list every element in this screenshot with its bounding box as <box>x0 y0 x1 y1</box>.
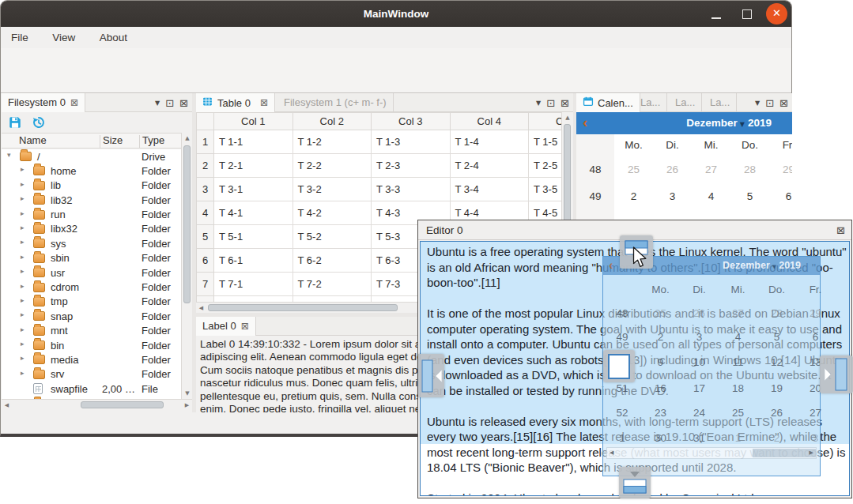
day-cell[interactable]: 5 <box>730 183 769 210</box>
col-header[interactable]: Col 5 <box>529 113 562 130</box>
table-row[interactable]: 2T 2-1T 2-2T 2-3T 2-4T 2-5 <box>197 154 562 178</box>
tree-row[interactable]: ▾/Drive <box>2 149 181 164</box>
dock-indicator-center[interactable] <box>603 350 635 382</box>
year-selector[interactable]: 2019 <box>748 117 772 129</box>
day-cell[interactable]: 29 <box>769 156 792 183</box>
save-icon[interactable] <box>2 118 22 132</box>
dock-float-icon[interactable]: ⊡ <box>165 97 174 109</box>
menu-file[interactable]: File <box>1 27 39 48</box>
dock-close-icon[interactable]: ⊠ <box>779 97 788 109</box>
day-cell[interactable]: 27 <box>692 156 730 183</box>
month-selector[interactable]: Dezember <box>686 117 738 129</box>
filesystem-tree[interactable]: ▾/Drive ▸homeFolder ▸libFolder ▸lib32Fol… <box>2 149 181 399</box>
expand-icon[interactable]: ▸ <box>21 296 25 304</box>
tree-row[interactable]: ▸libFolder <box>2 179 181 193</box>
dock-close-icon[interactable]: ⊠ <box>179 97 188 109</box>
day-cell[interactable]: 28 <box>730 156 769 183</box>
expand-icon[interactable]: ▸ <box>21 224 25 231</box>
restore-icon[interactable] <box>25 118 46 132</box>
close-button[interactable]: ✕ <box>766 3 787 24</box>
tree-row[interactable]: ▸homeFolder <box>2 164 181 178</box>
day-cell[interactable]: 3 <box>653 183 692 210</box>
dock-close-icon[interactable]: ⊠ <box>560 97 569 109</box>
tree-row[interactable]: swapfile2,00 …File <box>2 382 181 396</box>
scroll-down-icon[interactable]: ▼ <box>182 388 192 399</box>
col-header[interactable]: Col 3 <box>372 113 451 130</box>
scroll-up-icon[interactable]: ▲ <box>562 112 573 123</box>
tab-filesystem-0[interactable]: Filesystem 0⊠ <box>2 93 85 112</box>
calendar-week-row[interactable]: 4923456 <box>576 183 792 210</box>
collapse-icon[interactable]: ▾ <box>7 151 11 159</box>
tree-row[interactable]: ▸srvFolder <box>2 367 181 382</box>
tab-close-icon[interactable]: ⊠ <box>260 94 268 112</box>
maximize-button[interactable] <box>742 9 752 19</box>
tree-row[interactable]: ▸libx32Folder <box>2 222 181 236</box>
dock-indicator-right[interactable] <box>820 355 853 393</box>
tree-row[interactable]: ▸snapFolder <box>2 309 181 323</box>
scroll-right-icon[interactable]: ▶ <box>182 400 192 411</box>
col-header[interactable]: Col 2 <box>293 113 372 130</box>
prev-month-icon[interactable]: ‹ <box>583 112 587 133</box>
tab-label-3[interactable]: La... <box>704 93 737 112</box>
expand-icon[interactable]: ▸ <box>21 282 25 290</box>
scroll-up-icon[interactable]: ▲ <box>182 133 192 144</box>
dock-float-icon[interactable]: ⊡ <box>765 97 774 109</box>
dock-menu-icon[interactable]: ▼ <box>536 100 541 107</box>
minimize-button[interactable] <box>711 17 721 19</box>
tab-calendar-0[interactable]: Calen... <box>576 93 640 112</box>
expand-icon[interactable]: ▸ <box>21 194 25 202</box>
expand-icon[interactable]: ▸ <box>21 238 25 246</box>
expand-icon[interactable]: ▸ <box>21 165 25 173</box>
tab-label-1[interactable]: La... <box>634 93 667 112</box>
tab-filesystem-1[interactable]: Filesystem 1 (c+ m- f-) <box>277 93 394 112</box>
col-type[interactable]: Type <box>142 134 164 146</box>
expand-icon[interactable]: ▸ <box>21 267 25 275</box>
tab-close-icon[interactable]: ⊠ <box>70 97 78 108</box>
expand-icon[interactable]: ▸ <box>21 253 25 261</box>
tree-vertical-scrollbar[interactable]: ▲ ▼ <box>181 133 192 399</box>
expand-icon[interactable]: ▸ <box>21 325 25 333</box>
tree-header[interactable]: Name Size Type <box>2 133 181 149</box>
calendar-week-row[interactable]: 482526272829 <box>576 156 792 183</box>
tree-row[interactable]: ▸usrFolder <box>2 265 181 280</box>
tree-row[interactable]: ▸sbinFolder <box>2 251 181 265</box>
tree-row[interactable]: ▸binFolder <box>2 338 181 352</box>
col-name[interactable]: Name <box>19 134 47 146</box>
tree-row[interactable]: ▸tmpFolder <box>2 295 181 309</box>
expand-icon[interactable]: ▸ <box>21 340 25 348</box>
expand-icon[interactable]: ▸ <box>21 369 25 377</box>
col-size[interactable]: Size <box>103 134 123 146</box>
expand-icon[interactable]: ▸ <box>21 310 25 318</box>
tree-row[interactable]: ▸mediaFolder <box>2 352 181 367</box>
scroll-left-icon[interactable]: ◀ <box>196 303 206 314</box>
menu-about[interactable]: About <box>89 27 138 48</box>
dock-indicator-bottom[interactable] <box>619 467 651 498</box>
day-cell[interactable]: 2 <box>614 183 653 210</box>
tree-row[interactable]: ▸cdromFolder <box>2 280 181 295</box>
scroll-left-icon[interactable]: ◀ <box>2 400 12 411</box>
tab-label-0[interactable]: Label 0⊠ <box>196 317 256 336</box>
tree-row[interactable]: ▸sysFolder <box>2 236 181 250</box>
scrollbar-handle[interactable] <box>183 145 191 303</box>
dock-float-icon[interactable]: ⊡ <box>546 97 555 109</box>
tree-row[interactable]: ▸runFolder <box>2 208 181 222</box>
menu-view[interactable]: View <box>42 27 85 48</box>
table-row[interactable]: 3T 3-1T 3-2T 3-3T 3-4T 3-5 <box>197 178 562 201</box>
col-header[interactable]: Col 1 <box>214 113 293 130</box>
dock-indicator-left[interactable] <box>418 354 444 397</box>
editor-close-icon[interactable]: ⊠ <box>836 220 845 240</box>
dock-menu-icon[interactable]: ▼ <box>755 100 760 107</box>
tree-row[interactable]: ▸mntFolder <box>2 324 181 338</box>
expand-icon[interactable]: ▸ <box>21 209 25 217</box>
tab-close-icon[interactable]: ⊠ <box>241 321 249 332</box>
expand-icon[interactable]: ▸ <box>21 180 25 188</box>
day-cell[interactable]: 6 <box>769 183 792 210</box>
day-cell[interactable]: 25 <box>614 156 653 183</box>
scrollbar-handle[interactable] <box>208 304 398 311</box>
tab-label-2[interactable]: La... <box>669 93 702 112</box>
day-cell[interactable]: 26 <box>653 156 692 183</box>
tree-horizontal-scrollbar[interactable]: ◀ ▶ <box>2 399 192 410</box>
scrollbar-handle[interactable] <box>81 401 164 408</box>
dock-menu-icon[interactable]: ▼ <box>155 100 160 107</box>
tree-row[interactable]: ▸lib32Folder <box>2 193 181 207</box>
